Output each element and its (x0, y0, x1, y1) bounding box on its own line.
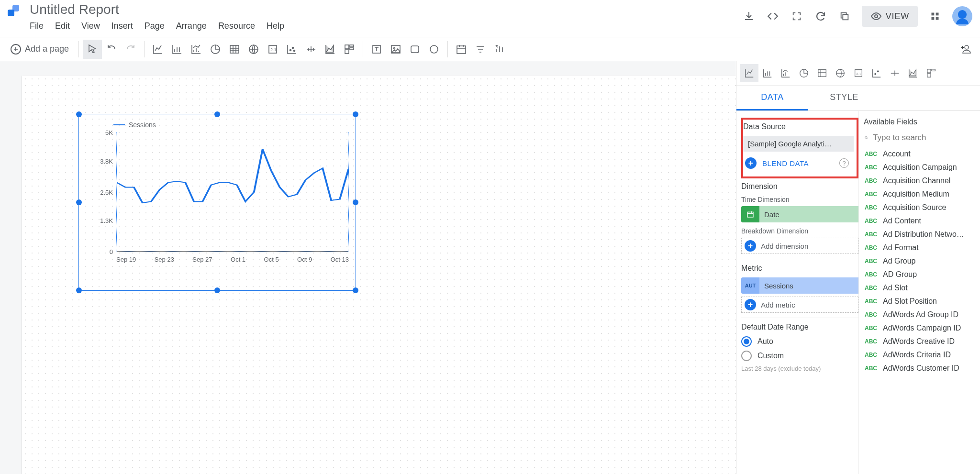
view-button[interactable]: VIEW (862, 6, 918, 27)
apps-icon[interactable] (928, 10, 942, 23)
menu-insert[interactable]: Insert (111, 21, 133, 31)
field-row[interactable]: ABCAd Slot (864, 281, 975, 295)
field-row[interactable]: ABCAD Group (864, 268, 975, 281)
ct-bar-icon[interactable] (758, 64, 777, 82)
resize-handle[interactable] (353, 287, 358, 293)
combo-chart-icon[interactable] (187, 40, 206, 59)
scorecard-icon[interactable]: 2.1 (263, 40, 282, 59)
rectangle-tool-icon[interactable] (405, 40, 424, 59)
canvas-area[interactable]: Sessions 01.3K2.5K3.8K5K Sep 19Sep 23Sep… (0, 61, 736, 474)
ct-pivot-icon[interactable] (922, 64, 940, 82)
scatter-chart-icon[interactable] (282, 40, 301, 59)
ct-scatter-icon[interactable] (868, 64, 886, 82)
field-row[interactable]: ABCAcquisition Channel (864, 174, 975, 187)
abc-icon: ABC (865, 352, 878, 358)
ct-bullet-icon[interactable] (886, 64, 904, 82)
ct-combo-icon[interactable] (777, 64, 795, 82)
resize-handle[interactable] (353, 199, 358, 205)
ct-area-icon[interactable] (904, 64, 922, 82)
undo-button[interactable] (102, 40, 121, 59)
resize-handle[interactable] (76, 287, 82, 293)
fullscreen-icon[interactable] (790, 10, 803, 23)
user-avatar[interactable] (952, 6, 972, 26)
plot-area: 01.3K2.5K3.8K5K (116, 132, 349, 252)
svg-rect-26 (818, 70, 826, 77)
resize-handle[interactable] (353, 111, 358, 117)
table-chart-icon[interactable] (225, 40, 244, 59)
x-tick: Sep 19 (116, 256, 136, 263)
field-row[interactable]: ABCAd Group (864, 254, 975, 268)
help-icon[interactable]: ? (839, 158, 849, 168)
menu-file[interactable]: File (30, 21, 44, 31)
add-dimension-button[interactable]: + Add dimension (741, 238, 858, 254)
tab-data[interactable]: DATA (736, 86, 808, 110)
geo-chart-icon[interactable] (244, 40, 263, 59)
bullet-chart-icon[interactable] (301, 40, 321, 59)
resize-handle[interactable] (76, 199, 82, 205)
ct-scorecard-icon[interactable]: 2.1 (849, 64, 868, 82)
field-row[interactable]: ABCAdWords Customer ID (864, 362, 975, 375)
filter-icon[interactable] (471, 40, 490, 59)
pie-chart-icon[interactable] (206, 40, 225, 59)
selected-chart[interactable]: Sessions 01.3K2.5K3.8K5K Sep 19Sep 23Sep… (78, 114, 356, 291)
field-row[interactable]: ABCAdWords Campaign ID (864, 321, 975, 335)
menu-help[interactable]: Help (267, 21, 284, 31)
add-metric-button[interactable]: + Add metric (741, 297, 858, 313)
menu-view[interactable]: View (81, 21, 100, 31)
time-dimension-chip[interactable]: Date (741, 206, 858, 222)
menu-page[interactable]: Page (145, 21, 165, 31)
add-page-button[interactable]: + Add a page (5, 44, 75, 55)
field-row[interactable]: ABCAd Slot Position (864, 295, 975, 308)
field-row[interactable]: ABCAd Content (864, 214, 975, 228)
ddr-custom-radio[interactable]: Custom (741, 351, 858, 361)
field-row[interactable]: ABCAdWords Criteria ID (864, 348, 975, 362)
data-control-icon[interactable] (490, 40, 509, 59)
pivot-table-icon[interactable] (340, 40, 359, 59)
refresh-icon[interactable] (814, 10, 827, 23)
field-row[interactable]: ABCAcquisition Campaign (864, 161, 975, 174)
field-row[interactable]: ABCAd Format (864, 241, 975, 254)
line-chart-icon[interactable] (148, 40, 167, 59)
copy-icon[interactable] (838, 10, 851, 23)
ddr-auto-radio[interactable]: Auto (741, 336, 858, 347)
date-range-icon[interactable] (452, 40, 471, 59)
field-label: Acquisition Channel (883, 176, 950, 185)
text-tool-icon[interactable] (367, 40, 386, 59)
report-title[interactable]: Untitled Report (30, 2, 284, 17)
blend-data-button[interactable]: + BLEND DATA ? (743, 154, 854, 172)
abc-icon: ABC (865, 365, 878, 372)
field-row[interactable]: ABCAcquisition Source (864, 201, 975, 214)
embed-icon[interactable] (766, 10, 780, 23)
menu-edit[interactable]: Edit (55, 21, 70, 31)
metric-chip[interactable]: AUT Sessions (741, 277, 858, 294)
ct-line-icon[interactable] (740, 64, 758, 82)
redo-button[interactable] (121, 40, 140, 59)
data-source-pill[interactable]: [Sample] Google Analyti… (743, 136, 854, 152)
menu-arrange[interactable]: Arrange (176, 21, 207, 31)
report-canvas[interactable]: Sessions 01.3K2.5K3.8K5K Sep 19Sep 23Sep… (22, 76, 736, 474)
field-row[interactable]: ABCAdWords Ad Group ID (864, 308, 975, 321)
image-tool-icon[interactable] (386, 40, 405, 59)
svg-text:2.1: 2.1 (856, 72, 861, 76)
ct-geo-icon[interactable] (831, 64, 849, 82)
field-row[interactable]: ABCAd Distribution Netwo… (864, 228, 975, 241)
resize-handle[interactable] (76, 111, 82, 117)
resize-handle[interactable] (214, 111, 220, 117)
menu-resource[interactable]: Resource (218, 21, 255, 31)
circle-tool-icon[interactable] (424, 40, 444, 59)
area-chart-icon[interactable] (321, 40, 340, 59)
select-tool[interactable] (83, 40, 102, 59)
tab-style[interactable]: STYLE (808, 86, 880, 110)
field-row[interactable]: ABCAccount (864, 147, 975, 161)
search-input[interactable] (873, 133, 974, 143)
toolbar: + Add a page 2.1 (0, 37, 980, 61)
field-search[interactable] (864, 131, 975, 147)
download-icon[interactable] (742, 10, 756, 23)
resize-handle[interactable] (214, 287, 220, 293)
field-row[interactable]: ABCAcquisition Medium (864, 187, 975, 201)
ct-pie-icon[interactable] (795, 64, 813, 82)
add-people-icon[interactable] (956, 40, 975, 59)
field-row[interactable]: ABCAdWords Creative ID (864, 335, 975, 348)
bar-chart-icon[interactable] (167, 40, 187, 59)
ct-table-icon[interactable] (813, 64, 831, 82)
